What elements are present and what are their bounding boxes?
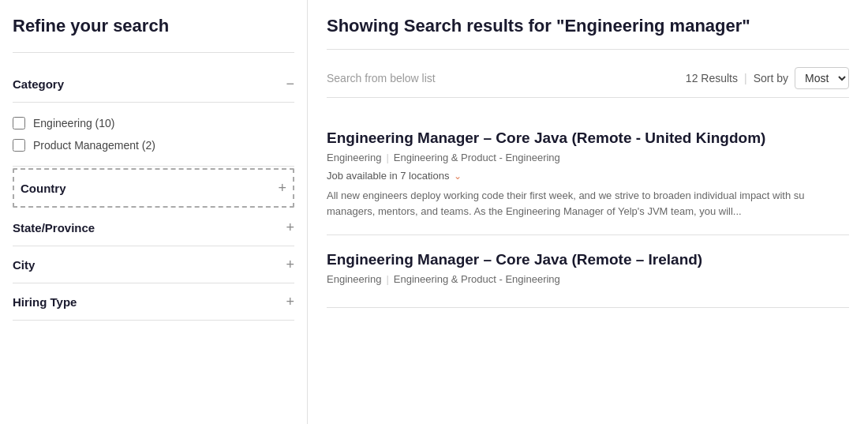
- job-title-1[interactable]: Engineering Manager – Core Java (Remote …: [327, 129, 849, 147]
- sidebar: Refine your search Category − Engineerin…: [0, 0, 308, 424]
- meta-pipe-divider: |: [744, 72, 747, 84]
- job-subcategory-2: Engineering & Product - Engineering: [394, 273, 560, 285]
- sidebar-divider: [13, 52, 294, 53]
- state-expand-icon: +: [286, 220, 294, 235]
- job-card-1: Engineering Manager – Core Java (Remote …: [327, 114, 849, 235]
- city-expand-icon: +: [286, 257, 294, 272]
- hiring-type-filter-header[interactable]: Hiring Type +: [13, 283, 294, 321]
- country-filter-header[interactable]: Country +: [14, 170, 293, 206]
- job-meta-sep-2: |: [386, 273, 388, 285]
- state-label: State/Province: [13, 221, 95, 235]
- hiring-type-label: Hiring Type: [13, 295, 77, 309]
- results-count: 12 Results: [686, 72, 738, 84]
- category-section: Category − Engineering (10) Product Mana…: [13, 66, 294, 167]
- state-section: State/Province +: [13, 209, 294, 246]
- sort-dropdown[interactable]: Most: [795, 67, 849, 89]
- hiring-type-section: Hiring Type +: [13, 283, 294, 321]
- engineering-label: Engineering (10): [33, 117, 115, 129]
- search-bar-row: Search from below list 12 Results | Sort…: [327, 59, 849, 98]
- city-filter-header[interactable]: City +: [13, 246, 294, 283]
- sidebar-title: Refine your search: [13, 16, 294, 36]
- job-category-1: Engineering: [327, 152, 381, 163]
- hiring-type-expand-icon: +: [286, 295, 294, 309]
- job-meta-1: Engineering | Engineering & Product - En…: [327, 152, 849, 163]
- product-management-label: Product Management (2): [33, 139, 155, 152]
- city-label: City: [13, 258, 35, 272]
- job-locations-text-1: Job available in 7 locations: [327, 170, 449, 182]
- state-filter-header[interactable]: State/Province +: [13, 209, 294, 246]
- location-chevron-icon-1: ⌄: [454, 171, 462, 182]
- city-section: City +: [13, 246, 294, 283]
- search-from-below-text: Search from below list: [327, 72, 436, 84]
- results-title-prefix: Showing Search results for: [327, 16, 556, 36]
- engineering-checkbox[interactable]: [13, 117, 25, 129]
- product-management-checkbox-item[interactable]: Product Management (2): [13, 134, 294, 156]
- job-category-2: Engineering: [327, 273, 381, 285]
- job-meta-2: Engineering | Engineering & Product - En…: [327, 273, 849, 285]
- job-card-2: Engineering Manager – Core Java (Remote …: [327, 235, 849, 308]
- results-title: Showing Search results for "Engineering …: [327, 16, 849, 36]
- category-items: Engineering (10) Product Management (2): [13, 103, 294, 167]
- category-collapse-icon: −: [286, 77, 294, 91]
- country-section: Country +: [13, 168, 294, 208]
- results-meta: 12 Results | Sort by Most: [686, 67, 849, 89]
- job-title-2[interactable]: Engineering Manager – Core Java (Remote …: [327, 251, 849, 268]
- search-query: "Engineering manager": [556, 16, 750, 36]
- job-meta-sep-1: |: [386, 152, 388, 163]
- category-filter-header[interactable]: Category −: [13, 66, 294, 103]
- country-expand-icon: +: [278, 181, 286, 195]
- job-description-1: All new engineers deploy working code th…: [327, 188, 849, 219]
- engineering-checkbox-item[interactable]: Engineering (10): [13, 112, 294, 134]
- job-subcategory-1: Engineering & Product - Engineering: [394, 152, 560, 163]
- country-label: Country: [21, 182, 66, 195]
- main-content: Showing Search results for "Engineering …: [308, 0, 868, 424]
- sort-by-label: Sort by: [754, 72, 788, 84]
- job-locations-1[interactable]: Job available in 7 locations ⌄: [327, 170, 849, 182]
- category-label: Category: [13, 77, 64, 91]
- product-management-checkbox[interactable]: [13, 139, 25, 152]
- main-top-divider: [327, 49, 849, 50]
